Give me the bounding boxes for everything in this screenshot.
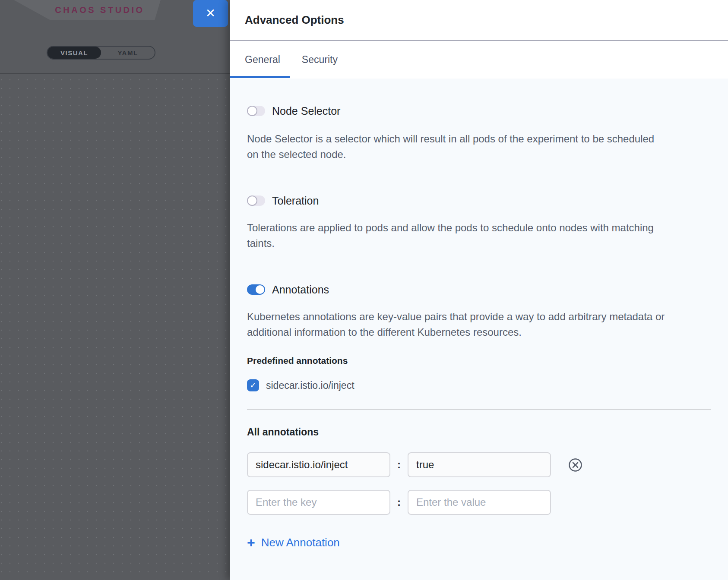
annotation-key-input[interactable] [247, 490, 390, 515]
sidecar-inject-checkbox[interactable]: ✓ [247, 379, 259, 391]
tab-security[interactable]: Security [302, 54, 338, 66]
tab-general[interactable]: General [245, 54, 280, 66]
chaos-studio-canvas: CHAOS STUDIO VISUAL YAML [0, 0, 233, 580]
canvas-dot-grid [0, 74, 233, 580]
new-annotation-button[interactable]: + New Annotation [247, 536, 711, 549]
key-value-separator: : [397, 496, 401, 508]
brand-title: CHAOS STUDIO [55, 5, 144, 15]
annotation-row: : [247, 452, 711, 477]
active-tab-indicator [230, 76, 290, 78]
toggle-knob [256, 285, 264, 294]
all-annotations-heading: All annotations [247, 426, 711, 438]
annotations-row: Annotations [247, 283, 711, 296]
node-selector-label: Node Selector [272, 105, 340, 117]
key-value-separator: : [397, 459, 401, 471]
node-selector-row: Node Selector [247, 104, 711, 117]
remove-annotation-icon [568, 458, 582, 472]
yaml-tab[interactable]: YAML [101, 47, 155, 59]
drawer-tabs: General Security [230, 41, 728, 78]
plus-icon: + [247, 536, 255, 549]
toggle-knob [247, 106, 257, 116]
remove-annotation-button[interactable] [568, 458, 582, 472]
visual-tab[interactable]: VISUAL [47, 47, 101, 59]
section-divider [247, 409, 711, 410]
annotations-description: Kubernetes annotations are key-value pai… [247, 309, 668, 340]
predefined-annotations-heading: Predefined annotations [247, 356, 711, 366]
annotations-toggle[interactable] [247, 284, 265, 295]
toggle-knob [247, 195, 257, 206]
toleration-row: Toleration [247, 194, 711, 207]
node-selector-description: Node Selector is a selector which will r… [247, 131, 668, 162]
annotation-value-input[interactable] [408, 490, 551, 515]
new-annotation-label: New Annotation [261, 536, 340, 549]
toleration-description: Tolerations are applied to pods and allo… [247, 220, 668, 251]
drawer-header: Advanced Options [230, 0, 728, 41]
sidecar-inject-checkbox-label: sidecar.istio.io/inject [266, 380, 355, 391]
toleration-toggle[interactable] [247, 195, 265, 206]
close-drawer-button[interactable]: ✕ [193, 0, 228, 27]
general-tab-content: Node Selector Node Selector is a selecto… [230, 79, 728, 580]
close-icon: ✕ [206, 7, 215, 19]
advanced-options-drawer: Advanced Options General Security Node S… [230, 0, 728, 580]
annotation-value-input[interactable] [408, 452, 551, 477]
annotations-label: Annotations [272, 284, 329, 296]
check-icon: ✓ [250, 381, 256, 390]
toleration-label: Toleration [272, 195, 319, 207]
node-selector-toggle[interactable] [247, 106, 265, 116]
brand-banner: CHAOS STUDIO [14, 0, 161, 20]
visual-yaml-toggle: VISUAL YAML [47, 46, 155, 60]
annotation-row: : [247, 490, 711, 515]
annotation-key-input[interactable] [247, 452, 390, 477]
drawer-title: Advanced Options [245, 13, 344, 27]
predefined-annotation-item: ✓ sidecar.istio.io/inject [247, 379, 711, 391]
